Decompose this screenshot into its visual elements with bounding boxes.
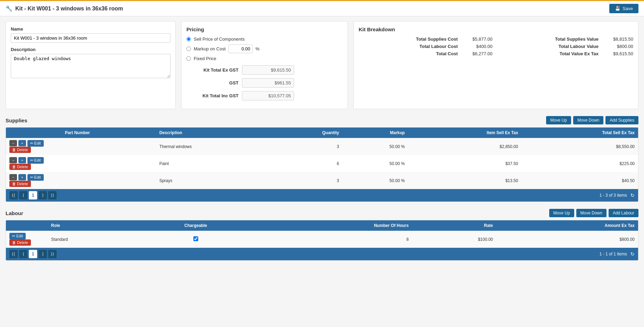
title-text: Kit - Kit W001 - 3 windows in 36x36 room — [15, 6, 123, 12]
col-part-number: Part Number — [61, 128, 156, 138]
markup-cost-option[interactable]: Markup on Cost % — [186, 44, 343, 53]
labour-move-down-button[interactable]: Move Down — [576, 209, 607, 217]
supplies-minus-btn-2[interactable]: − — [9, 174, 17, 180]
total-labour-value-value: $800.00 — [605, 44, 633, 49]
pricing-panel: Pricing Sell Price of Components Markup … — [181, 21, 348, 109]
labour-actions: Move Up Move Down Add Labour — [549, 209, 638, 217]
add-labour-button[interactable]: Add Labour — [609, 209, 638, 217]
supplies-minus-btn-1[interactable]: − — [9, 157, 17, 163]
labour-header: Labour Move Up Move Down Add Labour — [6, 209, 638, 217]
col-role: Role — [48, 220, 139, 231]
col-markup: Markup — [343, 128, 408, 138]
labour-delete-btn-0[interactable]: 🗑 Delete — [9, 239, 31, 246]
col-quantity: Quantity — [272, 128, 343, 138]
supplies-refresh-icon[interactable]: ↻ — [630, 193, 635, 198]
labour-move-up-button[interactable]: Move Up — [549, 209, 574, 217]
table-row: − + ✏ Edit 🗑 Delete Thermal windows 3 50… — [6, 138, 638, 155]
fixed-price-option[interactable]: Fixed Price — [186, 56, 343, 61]
kit-total-inc-gst-value: $10,577.05 — [242, 91, 294, 100]
labour-hours-0: 8 — [252, 231, 412, 248]
supplies-part-number-0 — [61, 138, 156, 155]
labour-row-actions-0: ✏ Edit 🗑 Delete — [6, 231, 48, 248]
markup-cost-radio[interactable] — [186, 47, 191, 51]
labour-prev-page[interactable]: ⟨ — [19, 250, 27, 258]
kit-icon: 🔧 — [6, 5, 12, 12]
total-supplies-value-label: Total Supplies Value — [500, 36, 599, 42]
total-value-ex-tax-value: $9,615.50 — [605, 51, 633, 56]
supplies-move-down-button[interactable]: Move Down — [573, 116, 603, 124]
supplies-plus-btn-1[interactable]: + — [18, 157, 26, 163]
labour-page-1[interactable]: 1 — [29, 250, 37, 258]
total-supplies-value-value: $8,815.50 — [605, 36, 633, 42]
supplies-edit-btn-2[interactable]: ✏ Edit — [27, 174, 44, 181]
table-row: − + ✏ Edit 🗑 Delete Sprays 3 50.00 % $13… — [6, 172, 638, 189]
col-labour-actions — [6, 220, 48, 231]
supplies-markup-0: 50.00 % — [343, 138, 408, 155]
col-amount: Amount Ex Tax — [496, 220, 638, 231]
supplies-description-2: Sprays — [156, 172, 272, 189]
labour-refresh-icon[interactable]: ↻ — [630, 251, 635, 257]
sell-price-radio[interactable] — [186, 37, 191, 41]
save-button[interactable]: 💾 Save — [609, 4, 638, 13]
supplies-next-page[interactable]: ⟩ — [39, 191, 47, 199]
sell-price-label: Sell Price of Components — [194, 36, 245, 42]
kit-total-inc-gst-row: Kit Total Inc GST $10,577.05 — [186, 91, 343, 100]
col-total-sell: Total Sell Ex Tax — [521, 128, 638, 138]
fixed-price-radio[interactable] — [186, 56, 191, 61]
supplies-last-page[interactable]: ⟩⟩ — [48, 191, 57, 199]
supplies-total-sell-0: $8,550.00 — [521, 138, 638, 155]
labour-role-0: Standard — [48, 231, 139, 248]
supplies-page-1[interactable]: 1 — [29, 191, 37, 199]
labour-last-page[interactable]: ⟩⟩ — [48, 250, 57, 258]
table-row: ✏ Edit 🗑 Delete Standard 8 $100.00 $800.… — [6, 231, 638, 248]
supplies-table: Part Number Description Quantity Markup … — [6, 128, 638, 189]
page-title: 🔧 Kit - Kit W001 - 3 windows in 36x36 ro… — [6, 5, 123, 12]
col-chargeable: Chargeable — [139, 220, 252, 231]
description-label: Description — [11, 47, 170, 52]
labour-chargeable-0[interactable] — [139, 231, 252, 248]
name-input[interactable] — [11, 33, 170, 43]
total-supplies-cost-value: $5,877.00 — [465, 36, 493, 42]
kit-total-inc-gst-label: Kit Total Inc GST — [186, 93, 242, 98]
total-supplies-cost-label: Total Supplies Cost — [359, 36, 458, 42]
labour-next-page[interactable]: ⟩ — [39, 250, 47, 258]
kit-breakdown-title: Kit Breakdown — [359, 26, 633, 32]
description-input[interactable]: Double glazed windows — [11, 54, 170, 78]
col-hours: Number Of Hours — [252, 220, 412, 231]
col-item-sell: Item Sell Ex Tax — [408, 128, 521, 138]
pricing-title: Pricing — [186, 26, 343, 32]
col-description: Description — [156, 128, 272, 138]
markup-percent-label: % — [256, 46, 260, 51]
supplies-item-sell-1: $37.50 — [408, 155, 521, 172]
supplies-delete-btn-1[interactable]: 🗑 Delete — [9, 164, 31, 170]
supplies-quantity-0: 3 — [272, 138, 343, 155]
gst-value: $961.55 — [242, 78, 294, 88]
supplies-markup-2: 50.00 % — [343, 172, 408, 189]
supplies-quantity-1: 6 — [272, 155, 343, 172]
supplies-plus-btn-2[interactable]: + — [18, 174, 26, 180]
top-section: Name Description Double glazed windows P… — [6, 21, 638, 109]
supplies-plus-btn-0[interactable]: + — [18, 140, 26, 146]
supplies-edit-btn-1[interactable]: ✏ Edit — [27, 157, 44, 164]
labour-pagination: ⟨⟨ ⟨ 1 ⟩ ⟩⟩ 1 - 1 of 1 items ↻ — [6, 248, 638, 260]
main-content: Name Description Double glazed windows P… — [0, 16, 644, 272]
supplies-prev-page[interactable]: ⟨ — [19, 191, 27, 199]
markup-value-input[interactable] — [228, 44, 253, 53]
labour-first-page[interactable]: ⟨⟨ — [9, 250, 18, 258]
supplies-quantity-2: 3 — [272, 172, 343, 189]
supplies-total-sell-1: $225.00 — [521, 155, 638, 172]
table-row: − + ✏ Edit 🗑 Delete Paint 6 50.00 % $37.… — [6, 155, 638, 172]
supplies-delete-btn-0[interactable]: 🗑 Delete — [9, 147, 31, 153]
total-labour-cost-value: $400.00 — [465, 44, 493, 49]
kit-total-ex-gst-value: $9,615.50 — [242, 65, 294, 75]
add-supplies-button[interactable]: Add Supplies — [605, 116, 638, 124]
supplies-move-up-button[interactable]: Move Up — [546, 116, 571, 124]
sell-price-option[interactable]: Sell Price of Components — [186, 36, 343, 42]
supplies-minus-btn-0[interactable]: − — [9, 140, 17, 146]
supplies-delete-btn-2[interactable]: 🗑 Delete — [9, 181, 31, 187]
supplies-first-page[interactable]: ⟨⟨ — [9, 191, 18, 199]
labour-edit-btn-0[interactable]: ✏ Edit — [9, 233, 26, 239]
supplies-edit-btn-0[interactable]: ✏ Edit — [27, 140, 44, 147]
labour-table: Role Chargeable Number Of Hours Rate Amo… — [6, 220, 638, 248]
labour-chargeable-checkbox-0[interactable] — [193, 236, 198, 241]
